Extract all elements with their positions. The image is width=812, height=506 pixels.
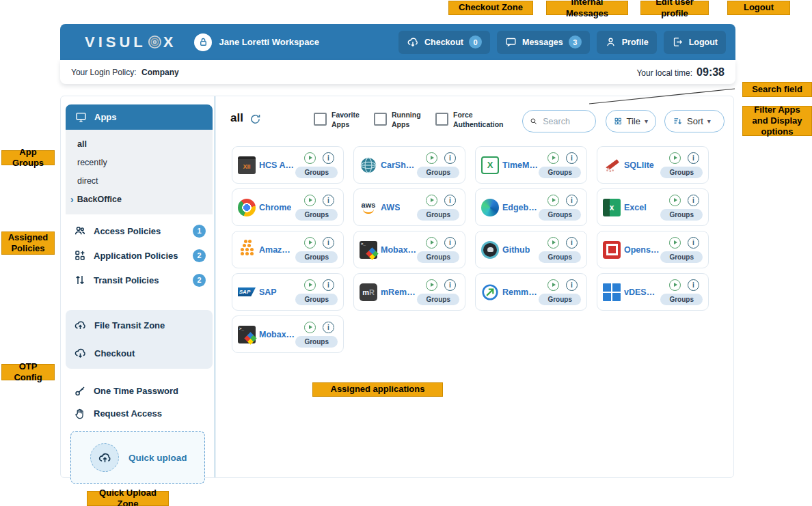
- tile-view-button[interactable]: Tile ▾: [606, 110, 656, 132]
- profile-button[interactable]: Profile: [597, 31, 657, 54]
- info-button[interactable]: i: [444, 152, 456, 164]
- app-name[interactable]: Github: [502, 245, 530, 255]
- play-button[interactable]: [304, 237, 316, 249]
- force-authentication-filter[interactable]: Force Authentication: [435, 111, 505, 129]
- app-card[interactable]: Edgebrowser i Groups: [475, 188, 587, 226]
- app-name[interactable]: AmazonS3: [259, 245, 295, 255]
- groups-button[interactable]: Groups: [417, 209, 459, 221]
- play-button[interactable]: [669, 279, 681, 291]
- info-button[interactable]: i: [323, 152, 334, 164]
- groups-button[interactable]: Groups: [539, 294, 581, 305]
- info-button[interactable]: i: [688, 237, 699, 249]
- app-card[interactable]: >_ Mobaxterm i Groups: [353, 231, 465, 268]
- app-card[interactable]: XII HCS App i Groups: [232, 146, 344, 184]
- app-name[interactable]: mRemoteNG: [381, 287, 417, 297]
- info-button[interactable]: i: [444, 237, 456, 249]
- app-card[interactable]: vDESKTOP i Groups: [597, 273, 709, 311]
- app-name[interactable]: SAP: [259, 287, 277, 297]
- sidebar-item-apps[interactable]: Apps: [66, 104, 213, 130]
- app-name[interactable]: Edgebrowser: [502, 203, 539, 212]
- play-button[interactable]: [669, 152, 681, 164]
- info-button[interactable]: i: [566, 152, 578, 164]
- info-button[interactable]: i: [323, 237, 334, 249]
- app-name[interactable]: vDESKTOP: [624, 287, 660, 297]
- sidebar-item-direct[interactable]: direct: [66, 171, 213, 190]
- app-name[interactable]: CarShare: [381, 160, 417, 170]
- info-button[interactable]: i: [323, 279, 334, 291]
- app-card[interactable]: AmazonS3 i Groups: [232, 231, 344, 268]
- info-button[interactable]: i: [688, 152, 699, 164]
- app-card[interactable]: SQLlite i Groups: [597, 146, 709, 184]
- app-card[interactable]: Openstack i Groups: [597, 231, 709, 268]
- info-button[interactable]: i: [444, 279, 456, 291]
- app-name[interactable]: Excel: [624, 203, 647, 212]
- app-card[interactable]: Github i Groups: [475, 231, 587, 268]
- app-card[interactable]: X TimeManag... i Groups: [475, 146, 587, 184]
- play-button[interactable]: [669, 195, 681, 206]
- app-name[interactable]: Mobaxterm: [381, 245, 417, 255]
- checkout-button[interactable]: Checkout 0: [398, 31, 490, 54]
- logout-button[interactable]: Logout: [664, 31, 726, 54]
- running-apps-filter[interactable]: Running Apps: [374, 111, 435, 129]
- app-card[interactable]: CarShare i Groups: [353, 146, 465, 184]
- play-button[interactable]: [304, 279, 316, 291]
- groups-button[interactable]: Groups: [539, 167, 581, 178]
- play-button[interactable]: [426, 152, 437, 164]
- force-authentication-checkbox[interactable]: [435, 113, 448, 126]
- play-button[interactable]: [426, 195, 437, 206]
- sidebar-item-request-access[interactable]: Request Access: [66, 402, 213, 425]
- info-button[interactable]: i: [566, 195, 578, 206]
- groups-button[interactable]: Groups: [295, 294, 338, 305]
- app-card[interactable]: x Excel i Groups: [597, 188, 709, 226]
- groups-button[interactable]: Groups: [660, 209, 703, 221]
- groups-button[interactable]: Groups: [417, 167, 459, 178]
- search-box[interactable]: [522, 110, 596, 132]
- info-button[interactable]: i: [566, 279, 578, 291]
- app-card[interactable]: mR mRemoteNG i Groups: [353, 273, 465, 311]
- sidebar-item-recently[interactable]: recently: [66, 153, 213, 171]
- sidebar-item-backoffice[interactable]: › BackOffice: [66, 190, 213, 208]
- app-card[interactable]: aws AWS i Groups: [353, 188, 465, 226]
- app-name[interactable]: Mobaxterm: [259, 330, 295, 339]
- app-card[interactable]: >_ Mobaxterm i Groups: [232, 315, 344, 353]
- info-button[interactable]: i: [323, 195, 334, 206]
- app-name[interactable]: Openstack: [624, 245, 660, 255]
- sidebar-item-application-policies[interactable]: Application Policies 2: [66, 243, 213, 268]
- refresh-button[interactable]: [249, 113, 261, 125]
- info-button[interactable]: i: [688, 279, 699, 291]
- app-card[interactable]: SAP SAP i Groups: [232, 273, 344, 311]
- app-name[interactable]: HCS App: [259, 160, 295, 170]
- play-button[interactable]: [426, 279, 437, 291]
- quick-upload-dropzone[interactable]: Quick upload: [70, 431, 205, 484]
- sidebar-item-one-time-password[interactable]: One Time Password: [66, 380, 213, 402]
- app-card[interactable]: Chrome i Groups: [232, 188, 344, 226]
- play-button[interactable]: [547, 152, 559, 164]
- app-card[interactable]: Remmina i Groups: [475, 273, 587, 311]
- app-name[interactable]: Chrome: [259, 203, 291, 212]
- sidebar-item-transit-policies[interactable]: Transit Policies 2: [66, 268, 213, 292]
- info-button[interactable]: i: [688, 195, 699, 206]
- sidebar-item-checkout[interactable]: Checkout: [66, 339, 213, 367]
- search-input[interactable]: [541, 116, 588, 127]
- app-name[interactable]: Remmina: [502, 287, 539, 297]
- info-button[interactable]: i: [444, 195, 456, 206]
- groups-button[interactable]: Groups: [660, 251, 703, 263]
- info-button[interactable]: i: [323, 322, 334, 333]
- play-button[interactable]: [304, 152, 316, 164]
- play-button[interactable]: [547, 195, 559, 206]
- favorite-apps-checkbox[interactable]: [314, 113, 327, 126]
- groups-button[interactable]: Groups: [539, 251, 581, 263]
- sidebar-item-access-policies[interactable]: Access Policies 1: [66, 219, 213, 243]
- play-button[interactable]: [547, 279, 559, 291]
- play-button[interactable]: [426, 237, 437, 249]
- app-name[interactable]: TimeManag...: [502, 160, 539, 170]
- info-button[interactable]: i: [566, 237, 578, 249]
- app-name[interactable]: AWS: [381, 203, 400, 212]
- groups-button[interactable]: Groups: [417, 251, 459, 263]
- groups-button[interactable]: Groups: [295, 336, 338, 348]
- running-apps-checkbox[interactable]: [374, 113, 387, 126]
- groups-button[interactable]: Groups: [295, 167, 338, 178]
- messages-button[interactable]: Messages 3: [497, 31, 590, 54]
- groups-button[interactable]: Groups: [295, 209, 338, 221]
- sort-button[interactable]: Sort ▾: [664, 110, 725, 132]
